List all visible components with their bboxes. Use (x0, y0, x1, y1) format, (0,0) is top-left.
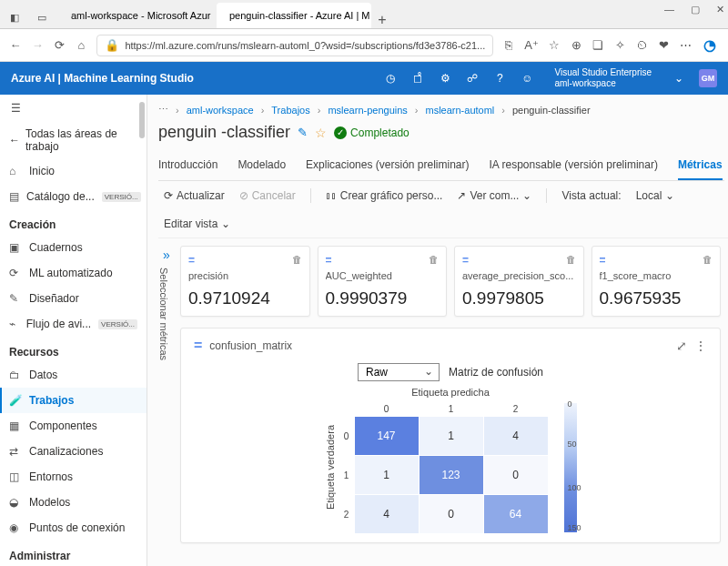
delete-icon[interactable]: 🗑 (703, 254, 713, 267)
tab-metrics[interactable]: Métricas (678, 153, 723, 180)
maximize-icon[interactable]: ▢ (691, 4, 700, 15)
help-icon[interactable]: ? (492, 71, 507, 86)
drag-icon[interactable]: = (194, 338, 202, 354)
breadcrumb-link[interactable]: aml-workspace (187, 105, 254, 116)
extensions-icon[interactable]: ✧ (613, 38, 626, 53)
status-text: Completado (350, 126, 410, 139)
close-window-icon[interactable]: ✕ (716, 4, 724, 15)
tab-model[interactable]: Modelado (238, 153, 286, 180)
collections-icon[interactable]: ❏ (592, 38, 604, 53)
address-bar: ← → ⟳ ⌂ 🔒 https://ml.azure.com/runs/msle… (0, 29, 728, 62)
back-icon[interactable]: ← (9, 38, 22, 53)
tab-responsible-ai[interactable]: IA responsable (versión preliminar) (490, 153, 658, 180)
label: Puntos de conexión (29, 521, 125, 534)
performance-icon[interactable]: ⏲ (635, 38, 648, 53)
chevron-down-icon[interactable]: ⌄ (672, 71, 686, 86)
breadcrumb-link[interactable]: Trabajos (271, 105, 309, 116)
avatar[interactable]: GM (699, 69, 717, 87)
smile-icon[interactable]: ☺ (520, 71, 534, 86)
refresh-icon: ⟳ (164, 189, 173, 202)
delete-icon[interactable]: 🗑 (292, 254, 302, 267)
sidebar-item-promptflow[interactable]: ⌁Flujo de avi... VERSIÓ... (0, 311, 147, 337)
label: Ver com... (470, 189, 519, 202)
sidebar-item-environments[interactable]: ◫Entornos (0, 464, 147, 490)
url-input[interactable]: 🔒 https://ml.azure.com/runs/mslearn-auto… (96, 35, 493, 56)
more-icon[interactable]: ⋯ (680, 38, 693, 53)
breadcrumb-link[interactable]: mslearn-penguins (328, 105, 407, 116)
tab-explanations[interactable]: Explicaciones (versión preliminar) (306, 153, 469, 180)
new-tab-button[interactable]: + (371, 12, 393, 28)
bell-icon[interactable]: ◻̊ (410, 71, 425, 86)
cm-row-header: 2 (339, 495, 354, 533)
sidebar-item-designer[interactable]: ✎Diseñador (0, 286, 147, 311)
favorite-icon[interactable]: ☆ (548, 38, 561, 53)
sidebar-item-components[interactable]: ▦Componentes (0, 413, 147, 439)
normalize-select[interactable]: Raw (358, 363, 440, 381)
breadcrumb-link[interactable]: mslearn-automl (425, 105, 494, 116)
settings-icon[interactable]: ⚙ (438, 71, 452, 86)
drag-icon[interactable]: = (188, 254, 195, 267)
sidebar-item-endpoints[interactable]: ◉Puntos de conexión (0, 515, 147, 541)
screenshot-icon[interactable]: ❤ (658, 38, 671, 53)
metric-name: average_precision_sco... (462, 270, 576, 281)
cm-cell: 123 (420, 456, 483, 494)
favorite-icon[interactable]: ☆ (315, 126, 327, 140)
home-icon[interactable]: ⌂ (75, 38, 87, 53)
label: Local (636, 189, 662, 202)
profile-icon[interactable]: ◧ (7, 10, 22, 25)
breadcrumb-more-icon[interactable]: ⋯ (158, 104, 168, 116)
sidebar-item-pipelines[interactable]: ⇄Canalizaciones (0, 439, 147, 464)
current-view-value[interactable]: Local ⌄ (636, 189, 675, 202)
drag-icon[interactable]: = (462, 254, 469, 267)
sidebar-item-catalog[interactable]: ▤Catálogo de... VERSIÓ... (0, 184, 147, 209)
browser-tab-2[interactable]: penguin-classifier - Azure AI | M ✕ (217, 3, 371, 28)
metrics-panel-toggle[interactable]: » Seleccionar métricas (158, 246, 175, 543)
view-as-button[interactable]: ↗Ver com... ⌄ (457, 189, 531, 202)
tab-title: penguin-classifier - Azure AI | M (229, 10, 369, 21)
shopping-icon[interactable]: ⎘ (502, 38, 515, 53)
colorbar-tick: 50 (568, 440, 577, 449)
minimize-icon[interactable]: — (664, 4, 674, 15)
confusion-matrix-grid: 01201471411123024064 (339, 401, 548, 533)
browser-tab-1[interactable]: aml-workspace - Microsoft Azur ✕ (58, 3, 213, 28)
feedback-icon[interactable]: ☍ (465, 71, 480, 86)
sidebar-item-automl[interactable]: ⟳ML automatizado (0, 260, 147, 286)
back-to-workspaces[interactable]: ← Todas las áreas de trabajo (0, 122, 147, 158)
lock-icon: 🔒 (105, 38, 119, 53)
edit-view-button[interactable]: Editar vista ⌄ (164, 217, 230, 230)
metric-card: =🗑 f1_score_macro 0.9675935 (592, 246, 722, 317)
expand-icon[interactable]: ⤢ (676, 339, 687, 353)
tab-panel-icon[interactable]: ▭ (35, 10, 49, 25)
sidebar-item-home[interactable]: ⌂Inicio (0, 158, 147, 184)
url-text: https://ml.azure.com/runs/mslearn-automl… (125, 40, 485, 51)
cm-col-header: 2 (484, 401, 548, 416)
bing-chat-icon[interactable]: ◔ (702, 35, 719, 56)
translate-icon[interactable]: ⊕ (570, 38, 582, 53)
label: Modelos (29, 496, 70, 509)
refresh-icon[interactable]: ⟳ (53, 38, 66, 53)
workspace-picker[interactable]: Visual Studio Enterprise aml-workspace (547, 67, 659, 89)
delete-icon[interactable]: 🗑 (566, 254, 576, 267)
scrollbar-thumb[interactable] (139, 102, 145, 138)
cm-cell: 147 (355, 417, 419, 455)
sidebar-item-models[interactable]: ◒Modelos (0, 490, 147, 515)
label: ML automatizado (29, 267, 113, 279)
refresh-button[interactable]: ⟳Actualizar (164, 189, 225, 202)
sidebar-item-data[interactable]: 🗀Datos (0, 362, 147, 388)
tab-intro[interactable]: Introducción (158, 153, 217, 180)
clock-icon[interactable]: ◷ (383, 71, 398, 86)
sidebar-item-jobs[interactable]: 🧪Trabajos (0, 388, 147, 413)
automl-icon: ⟳ (9, 267, 22, 279)
create-chart-button[interactable]: ⫾⫾Crear gráfico perso... (326, 189, 443, 202)
delete-icon[interactable]: 🗑 (429, 254, 439, 267)
confusion-ylabel: Etiqueta verdadera (325, 425, 336, 510)
drag-icon[interactable]: = (326, 254, 332, 267)
hamburger-icon[interactable]: ☰ (0, 95, 147, 122)
more-icon[interactable]: ⋮ (694, 339, 707, 353)
sidebar-item-notebooks[interactable]: ▣Cuadernos (0, 235, 147, 260)
forward-icon: → (31, 38, 44, 53)
read-aloud-icon[interactable]: A⁺ (524, 38, 539, 53)
drag-icon[interactable]: = (600, 254, 606, 267)
edit-icon[interactable]: ✎ (298, 126, 308, 139)
colorbar-tick: 0 (568, 399, 572, 409)
